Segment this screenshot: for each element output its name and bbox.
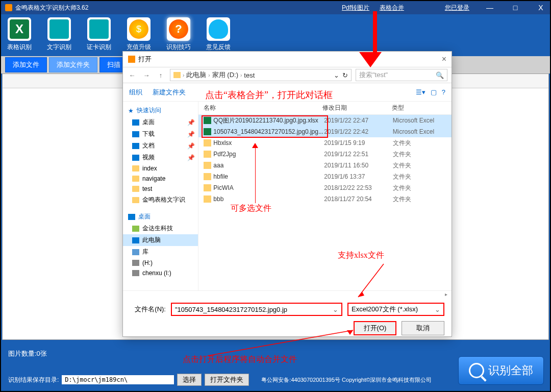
tree-item-index[interactable]: index <box>123 163 198 174</box>
dialog-close-button[interactable]: × <box>442 55 446 64</box>
qq-icon <box>207 17 230 41</box>
maximize-button[interactable]: □ <box>510 4 520 12</box>
tool-feedback[interactable]: 意见反馈 <box>206 17 231 52</box>
dialog-nav: ← → ↑ › 此电脑 › 家用 (D:) › test ⌄ ↻ 搜索"test… <box>123 67 452 83</box>
tree-item-company[interactable]: 金达生科技 <box>123 223 198 234</box>
file-row[interactable]: Pdf2Jpg 2019/1/12 22:51 文件夹 <box>198 149 452 160</box>
titlebar-links: Pdf转图片 表格合并 您已登录 <box>342 4 469 12</box>
tree-desktop-head[interactable]: 桌面 <box>123 211 198 223</box>
annotation-arrow-down <box>368 11 382 67</box>
preview-icon[interactable]: ▢ <box>431 88 437 96</box>
recognize-all-button[interactable]: 识别全部 <box>458 356 544 385</box>
file-list: 名称 修改日期 类型 QQ图片20190122113740.jpg0.jpg.x… <box>198 102 452 290</box>
tool-label: 识别技巧 <box>166 43 191 52</box>
tree-item-jinming[interactable]: 金鸣表格文字识 <box>123 194 198 206</box>
nav-forward-icon[interactable]: → <box>141 71 152 79</box>
tool-card-recognize[interactable]: 证卡识别 <box>87 17 111 52</box>
add-folder-button[interactable]: 添加文件夹 <box>49 57 97 72</box>
nav-back-icon[interactable]: ← <box>127 71 137 79</box>
tree-item-test[interactable]: test <box>123 184 198 194</box>
tool-label: 表格识别 <box>7 43 32 52</box>
tool-text-recognize[interactable]: 文字识别 <box>47 17 71 52</box>
xlsx-icon <box>204 128 211 135</box>
result-dir-input[interactable]: D:\jmocr\jm189cn\ <box>62 375 174 384</box>
tree-item-download[interactable]: 下载📌 <box>123 128 198 140</box>
search-input[interactable]: 搜索"test" 🔍 <box>356 69 447 81</box>
breadcrumb-seg[interactable]: 此电脑 <box>186 70 206 80</box>
folder-icon <box>204 195 211 203</box>
card-icon <box>87 17 111 41</box>
file-row[interactable]: bbb 2018/11/27 20:54 文件夹 <box>198 193 452 205</box>
tree-item-video[interactable]: 视频📌 <box>123 152 198 163</box>
tree-item-drive-i[interactable]: chenxu (I:) <box>123 268 198 278</box>
tool-upgrade[interactable]: $ 充值升级 <box>127 17 151 52</box>
view-icon[interactable]: ☰▾ <box>416 88 425 96</box>
add-file-button[interactable]: 添加文件 <box>5 57 47 72</box>
file-list-header: 名称 修改日期 类型 <box>198 102 452 115</box>
chevron-down-icon[interactable]: ⌄ <box>333 306 338 313</box>
nav-up-icon[interactable]: ↑ <box>156 71 166 79</box>
link-pdf[interactable]: Pdf转图片 <box>342 4 369 12</box>
dialog-tree: ★ 快速访问 桌面📌 下载📌 文档📌 视频📌 index navigate te… <box>123 102 198 290</box>
tool-label: 证卡识别 <box>87 43 111 52</box>
help-small-icon[interactable]: ? <box>442 88 445 96</box>
tree-item-thispc[interactable]: 此电脑 <box>123 234 198 246</box>
breadcrumb[interactable]: › 此电脑 › 家用 (D:) › test ⌄ ↻ <box>170 69 352 81</box>
tool-label: 意见反馈 <box>206 43 231 52</box>
tree-item-doc[interactable]: 文档📌 <box>123 140 198 152</box>
link-login[interactable]: 您已登录 <box>445 4 469 12</box>
breadcrumb-seg[interactable]: test <box>244 71 255 79</box>
folder-icon <box>204 139 211 146</box>
refresh-icon[interactable]: ↻ <box>342 71 348 79</box>
file-row[interactable]: QQ图片20190122113740.jpg0.jpg.xlsx 2019/1/… <box>198 115 452 126</box>
close-button[interactable]: X <box>536 4 546 12</box>
new-folder-button[interactable]: 新建文件夹 <box>153 88 186 97</box>
search-placeholder: 搜索"test" <box>359 70 388 80</box>
minimize-button[interactable]: — <box>485 4 495 12</box>
tool-tips[interactable]: ? 识别技巧 <box>166 17 191 52</box>
col-type[interactable]: 类型 <box>392 104 452 112</box>
file-row[interactable]: aaa 2019/1/11 16:50 文件夹 <box>198 160 452 171</box>
col-date[interactable]: 修改日期 <box>322 104 392 112</box>
file-row[interactable]: hbfile 2019/1/6 13:37 文件夹 <box>198 171 452 182</box>
tree-item-navigate[interactable]: navigate <box>123 174 198 184</box>
file-date: 2019/1/15 9:19 <box>324 139 392 146</box>
file-type: 文件夹 <box>393 173 452 181</box>
file-row[interactable]: Hbxlsx 2019/1/15 9:19 文件夹 <box>198 137 452 149</box>
tool-table-recognize[interactable]: X 表格识别 <box>7 17 32 52</box>
file-type: 文件夹 <box>393 184 452 192</box>
chevron-down-icon[interactable]: ⌄ <box>435 306 440 313</box>
folder-icon <box>204 184 211 191</box>
tree-item-drive-h[interactable]: (H:) <box>123 258 198 268</box>
organize-button[interactable]: 组织 <box>129 88 142 97</box>
cancel-button[interactable]: 取消 <box>402 321 444 335</box>
excel-icon: X <box>8 17 31 41</box>
tree-quick-access[interactable]: ★ 快速访问 <box>123 105 198 116</box>
tool-label: 文字识别 <box>47 43 71 52</box>
dialog-body: ★ 快速访问 桌面📌 下载📌 文档📌 视频📌 index navigate te… <box>123 102 452 290</box>
dialog-toolbar: 组织 新建文件夹 ☰▾ ▢ ? <box>123 83 452 102</box>
filename-input[interactable]: "1050743_1548042317270152.jpg0.jp ⌄ <box>171 303 342 316</box>
open-folder-button[interactable]: 打开文件夹 <box>205 374 249 386</box>
file-date: 2019/1/11 16:50 <box>324 162 392 169</box>
tree-item-desktop[interactable]: 桌面📌 <box>123 116 198 128</box>
link-merge[interactable]: 表格合并 <box>380 4 404 12</box>
col-name[interactable]: 名称 <box>198 104 322 112</box>
dialog-title: 打开 <box>138 55 152 64</box>
chevron-down-icon[interactable]: ⌄ <box>334 71 339 79</box>
select-dir-button[interactable]: 选择 <box>177 374 202 386</box>
file-type: Microsoft Excel <box>393 128 452 135</box>
tree-item-lib[interactable]: 库 <box>123 246 198 258</box>
dialog-icon <box>128 56 135 63</box>
file-row[interactable]: 1050743_1548042317270152.jpg0.jpg... 201… <box>198 126 452 137</box>
window-controls: — □ X <box>485 4 546 12</box>
breadcrumb-seg[interactable]: 家用 (D:) <box>212 70 238 80</box>
filename-label: 文件名(N): <box>130 305 166 314</box>
filter-dropdown[interactable]: Excel2007文件 (*.xlsx) ⌄ <box>347 303 444 316</box>
file-row[interactable]: PicWIA 2018/12/22 22:53 文件夹 <box>198 182 452 193</box>
recognize-all-label: 识别全部 <box>488 363 533 378</box>
open-button[interactable]: 打开(O) <box>354 321 396 335</box>
annotation-arrow <box>255 144 256 203</box>
help-icon: ? <box>167 17 190 41</box>
file-date: 2019/1/6 13:37 <box>324 173 392 180</box>
